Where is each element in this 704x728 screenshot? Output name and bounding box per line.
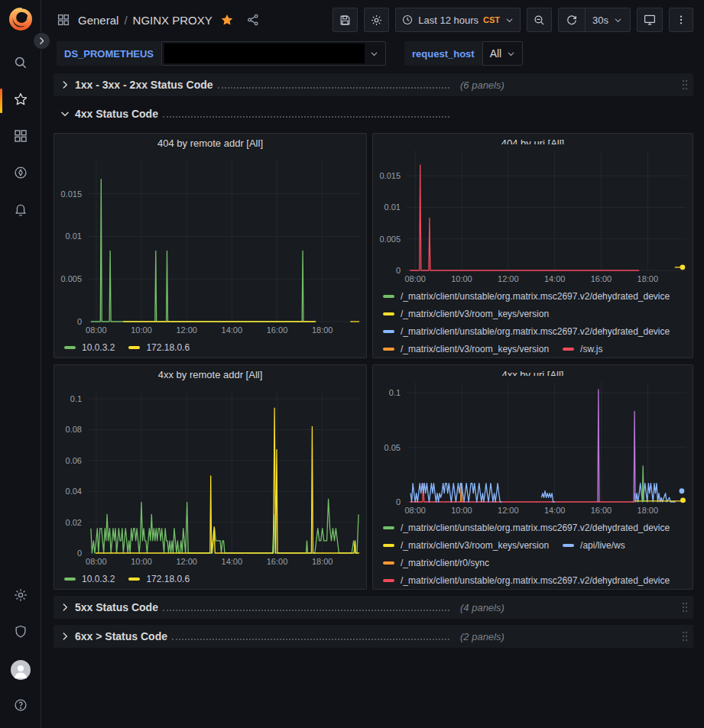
favorite-star-icon[interactable]: [220, 13, 234, 27]
panel-count: (4 panels): [460, 602, 504, 613]
panel-title[interactable]: 4xx by uri [All]: [373, 365, 693, 376]
apps-grid-icon: [57, 13, 70, 27]
svg-text:10:00: 10:00: [451, 506, 472, 515]
svg-text:14:00: 14:00: [222, 557, 243, 566]
chart-4xx-by-uri[interactable]: 00.050.108:0010:0012:0014:0016:0018:00: [373, 376, 693, 517]
svg-text:10:00: 10:00: [131, 325, 152, 335]
panel-title[interactable]: 404 by remote addr [All]: [54, 134, 366, 154]
ds-prometheus-value-dropdown[interactable]: [161, 41, 386, 66]
chart-404-by-remote-addr[interactable]: 00.0050.010.01508:0010:0012:0014:0016:00…: [54, 154, 366, 337]
legend-item[interactable]: /_matrix/client/v3/room_keys/version: [383, 309, 549, 319]
legend-item[interactable]: /_matrix/client/unstable/org.matrix.msc2…: [383, 575, 670, 586]
sidebar-item-alerting[interactable]: [0, 193, 41, 229]
breadcrumb-title[interactable]: NGINX PROXY: [133, 14, 212, 27]
tv-mode-button[interactable]: [637, 8, 663, 32]
legend-swatch: [383, 526, 394, 529]
legend-item[interactable]: 172.18.0.6: [128, 574, 190, 584]
svg-text:0.05: 0.05: [384, 443, 401, 452]
row-drag-handle[interactable]: [681, 601, 689, 613]
refresh-interval-label: 30s: [592, 15, 608, 26]
sidebar-item-server-admin[interactable]: [0, 615, 41, 652]
legend-label: 172.18.0.6: [146, 574, 190, 584]
legend-item[interactable]: /_matrix/client/r0/sync: [383, 558, 489, 568]
row-leader-dots: [218, 87, 449, 89]
help-icon: [13, 697, 28, 716]
row-header-4xx[interactable]: 4xx Status Code: [54, 102, 693, 125]
svg-text:0.02: 0.02: [66, 518, 82, 527]
chart-legend: /_matrix/client/unstable/org.matrix.msc2…: [373, 286, 693, 358]
svg-text:08:00: 08:00: [404, 506, 426, 515]
refresh-interval-dropdown[interactable]: 30s: [585, 8, 630, 31]
legend-item[interactable]: /_matrix/client/unstable/org.matrix.msc2…: [383, 291, 670, 302]
svg-text:18:00: 18:00: [637, 274, 659, 283]
star-icon: [13, 92, 28, 110]
gear-icon: [13, 587, 28, 606]
svg-text:18:00: 18:00: [637, 506, 659, 515]
panel-title[interactable]: 4xx by remote addr [All]: [54, 365, 366, 385]
legend-row: /_matrix/client/v3/room_keys/version/api…: [383, 536, 685, 554]
chart-4xx-by-remote-addr[interactable]: 00.020.040.060.080.108:0010:0012:0014:00…: [54, 385, 366, 568]
legend-item[interactable]: 10.0.3.2: [64, 342, 115, 353]
sidebar-item-help[interactable]: [0, 688, 41, 725]
legend-item[interactable]: /api/live/ws: [563, 540, 625, 551]
request-host-label[interactable]: request_host: [404, 41, 482, 66]
chart-legend: /_matrix/client/unstable/org.matrix.msc2…: [373, 517, 693, 589]
svg-text:16:00: 16:00: [591, 274, 612, 283]
avatar: [11, 660, 31, 680]
row-drag-handle[interactable]: [681, 630, 689, 642]
save-icon: [339, 14, 352, 27]
svg-text:0.1: 0.1: [70, 394, 82, 403]
row-drag-handle[interactable]: [681, 79, 689, 91]
zoom-out-button[interactable]: [527, 8, 552, 32]
ds-prometheus-label[interactable]: DS_PROMETHEUS: [57, 41, 161, 66]
svg-text:08:00: 08:00: [86, 325, 107, 335]
row-leader-dots: [163, 610, 449, 611]
legend-item[interactable]: 172.18.0.6: [128, 342, 190, 353]
sidebar-item-search[interactable]: [0, 46, 41, 83]
sidebar-item-starred[interactable]: [0, 83, 41, 119]
row-header-1xx-3xx-2xx[interactable]: 1xx - 3xx - 2xx Status Code (6 panels): [54, 73, 693, 96]
svg-text:12:00: 12:00: [176, 557, 197, 566]
variable-ds-prometheus: DS_PROMETHEUS: [57, 41, 386, 66]
sidebar-item-configuration[interactable]: [0, 578, 41, 615]
legend-item[interactable]: 10.0.3.2: [64, 574, 115, 584]
panels-row-4xx: 4xx by remote addr [All] 00.020.040.060.…: [54, 364, 693, 590]
svg-text:0.06: 0.06: [66, 456, 82, 465]
chart-404-by-uri[interactable]: 00.0050.010.01508:0010:0012:0014:0016:00…: [373, 144, 693, 286]
legend-item[interactable]: /sw.js: [563, 344, 602, 354]
svg-text:0.005: 0.005: [60, 274, 82, 283]
dashboards-icon: [13, 128, 28, 147]
row-header-5xx[interactable]: 5xx Status Code (4 panels): [54, 596, 693, 619]
dashboard-settings-button[interactable]: [364, 8, 389, 32]
request-host-value: All: [485, 47, 502, 60]
legend-item[interactable]: /_matrix/client/v3/room_keys/version: [383, 540, 549, 551]
svg-text:0: 0: [77, 317, 82, 326]
grafana-logo[interactable]: [8, 6, 34, 32]
kebab-menu-button[interactable]: [669, 8, 693, 32]
row-header-6xx[interactable]: 6xx > Status Code (2 panels): [54, 625, 693, 648]
save-dashboard-button[interactable]: [333, 8, 358, 32]
time-picker-button[interactable]: Last 12 hours CST: [395, 8, 521, 32]
sidebar-item-dashboards[interactable]: [0, 119, 41, 156]
request-host-value-dropdown[interactable]: All: [482, 41, 524, 66]
sidebar-expand-button[interactable]: [33, 32, 50, 50]
legend-item[interactable]: /_matrix/client/unstable/org.matrix.msc2…: [383, 326, 670, 337]
sidebar-item-profile[interactable]: [0, 652, 41, 688]
chevron-down-icon: [613, 15, 623, 25]
row-leader-dots: [163, 116, 449, 118]
legend-item[interactable]: /_matrix/client/unstable/org.matrix.msc2…: [383, 523, 670, 533]
legend-label: 172.18.0.6: [146, 342, 190, 353]
legend-item[interactable]: /_matrix/client/v3/room_keys/version: [383, 344, 549, 354]
zoom-out-icon: [533, 14, 546, 27]
panel-title[interactable]: 404 by uri [All]: [373, 134, 693, 144]
share-icon[interactable]: [246, 13, 260, 27]
breadcrumb-section[interactable]: General: [78, 14, 118, 27]
chevron-right-icon: [60, 631, 70, 642]
panels-row-404: 404 by remote addr [All] 00.0050.010.015…: [54, 133, 693, 358]
refresh-button[interactable]: [559, 8, 585, 31]
variable-request-host: request_host All: [404, 41, 523, 66]
chevron-down-icon: [506, 49, 516, 59]
legend-label: /api/live/ws: [580, 540, 625, 551]
refresh-icon: [566, 14, 578, 26]
sidebar-item-explore[interactable]: [0, 156, 41, 193]
